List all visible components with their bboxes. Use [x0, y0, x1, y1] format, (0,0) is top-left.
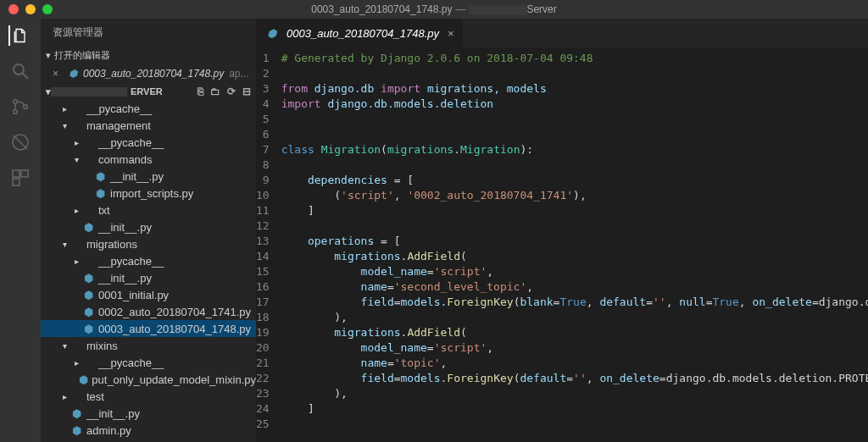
sidebar: 资源管理器 ▾打开的编辑器 × ⬢ 0003_auto_20180704_174…: [41, 19, 256, 442]
tree-item-label: txt: [98, 204, 110, 217]
python-file-icon: ⬢: [81, 289, 95, 301]
tree-file[interactable]: ⬢__init__.py: [41, 405, 256, 422]
editor-area: ⬢ 0003_auto_20180704_1748.py × 123456789…: [256, 19, 868, 442]
chevron-icon: ▾: [71, 155, 81, 164]
traffic-min[interactable]: [25, 4, 36, 14]
tree-file[interactable]: ⬢__init__.py: [41, 218, 256, 235]
tree-item-label: __pycache__: [98, 136, 164, 149]
tree-folder[interactable]: ▾mixins: [41, 337, 256, 354]
python-file-icon: ⬢: [81, 323, 95, 335]
code-editor[interactable]: 1234567891011121314151617181920212223242…: [256, 47, 868, 442]
tree-item-label: 0001_initial.py: [98, 289, 169, 301]
tree-item-label: test: [86, 390, 104, 403]
svg-rect-8: [13, 179, 19, 185]
tree-file[interactable]: ⬢admin.py: [41, 422, 256, 439]
search-icon[interactable]: [10, 61, 31, 81]
svg-rect-6: [13, 170, 19, 177]
python-file-icon: ⬢: [66, 68, 80, 80]
collapse-icon[interactable]: ⊟: [242, 86, 251, 97]
files-icon[interactable]: [8, 25, 29, 46]
tree-item-label: 0002_auto_20180704_1741.py: [98, 306, 251, 318]
tree-item-label: mixins: [86, 340, 118, 352]
tree-item-label: management: [86, 119, 151, 132]
svg-point-3: [14, 110, 18, 114]
sidebar-title: 资源管理器: [41, 19, 256, 47]
file-tree[interactable]: ▸__pycache__▾management▸__pycache__▾comm…: [41, 100, 256, 442]
git-icon[interactable]: [10, 97, 31, 117]
tree-folder[interactable]: ▸__pycache__: [41, 134, 256, 151]
tree-item-label: __init__.py: [98, 221, 152, 234]
tree-item-label: __init__.py: [110, 170, 164, 183]
code-lines[interactable]: # Generated by Django 2.0.6 on 2018-07-0…: [281, 47, 868, 442]
svg-line-1: [23, 74, 28, 79]
tree-folder[interactable]: ▸__pycache__: [41, 252, 256, 269]
chevron-icon: ▾: [59, 341, 70, 351]
workspace-folder-header[interactable]: ▾ERVER ⎘ 🗀 ⟳ ⊟: [41, 83, 256, 100]
tree-item-label: __pycache__: [98, 356, 164, 369]
chevron-icon: ▾: [59, 121, 70, 130]
tree-file[interactable]: ⬢__init__.py: [41, 269, 256, 286]
tree-file[interactable]: ⬢__init__.py: [41, 168, 256, 185]
tree-file[interactable]: ⬢0002_auto_20180704_1741.py: [41, 303, 256, 320]
editor-tab[interactable]: ⬢ 0003_auto_20180704_1748.py ×: [256, 19, 464, 47]
python-file-icon: ⬢: [79, 373, 89, 386]
open-editor-item[interactable]: × ⬢ 0003_auto_20180704_1748.py ap...: [41, 64, 256, 83]
python-file-icon: ⬢: [81, 272, 95, 285]
tree-item-label: __pycache__: [86, 102, 152, 115]
close-icon[interactable]: ×: [53, 68, 66, 80]
tree-item-label: migrations: [86, 238, 137, 251]
titlebar: 0003_auto_20180704_1748.py—Server: [0, 0, 868, 19]
tree-file[interactable]: ⬢0001_initial.py: [41, 286, 256, 303]
chevron-icon: ▸: [59, 392, 70, 401]
chevron-icon: ▸: [71, 257, 81, 266]
tree-item-label: put_only_update_model_mixin.py: [92, 373, 256, 386]
extensions-icon[interactable]: [10, 168, 31, 188]
tree-file[interactable]: ⬢0003_auto_20180704_1748.py: [41, 320, 256, 337]
tree-item-label: admin.py: [86, 424, 131, 437]
svg-point-2: [14, 100, 18, 104]
python-file-icon: ⬢: [81, 306, 95, 318]
tree-item-label: import_scripts.py: [110, 187, 193, 200]
tree-item-label: 0003_auto_20180704_1748.py: [98, 323, 251, 335]
debug-icon[interactable]: [10, 132, 31, 152]
tree-file[interactable]: ⬢put_only_update_model_mixin.py: [41, 371, 256, 388]
tree-item-label: commands: [98, 153, 153, 166]
tree-item-label: __init__.py: [86, 407, 140, 420]
svg-point-4: [24, 105, 28, 109]
refresh-icon[interactable]: ⟳: [227, 86, 236, 97]
traffic-max[interactable]: [42, 4, 53, 14]
tree-folder[interactable]: ▸__pycache__: [41, 354, 256, 371]
python-file-icon: ⬢: [70, 407, 83, 420]
chevron-icon: ▾: [59, 240, 70, 249]
close-tab-icon[interactable]: ×: [448, 27, 454, 40]
tree-folder[interactable]: ▾management: [41, 117, 256, 134]
python-file-icon: ⬢: [93, 170, 107, 183]
chevron-icon: ▸: [71, 358, 81, 367]
line-gutter: 1234567891011121314151617181920212223242…: [256, 47, 281, 442]
activity-bar: [0, 19, 41, 442]
tree-item-label: __init__.py: [98, 272, 152, 285]
python-file-icon: ⬢: [70, 424, 83, 437]
new-folder-icon[interactable]: 🗀: [210, 86, 220, 97]
window-title: 0003_auto_20180704_1748.py—Server: [311, 3, 557, 15]
traffic-close[interactable]: [8, 4, 19, 14]
tab-bar: ⬢ 0003_auto_20180704_1748.py ×: [256, 19, 868, 47]
tree-file[interactable]: ⬢import_scripts.py: [41, 185, 256, 202]
tree-folder[interactable]: ▸__pycache__: [41, 100, 256, 117]
tree-item-label: __pycache__: [98, 255, 164, 268]
chevron-icon: ▸: [59, 104, 70, 113]
tree-folder[interactable]: ▾migrations: [41, 235, 256, 252]
svg-point-0: [14, 64, 24, 75]
python-file-icon: ⬢: [93, 187, 107, 200]
python-file-icon: ⬢: [264, 27, 278, 40]
chevron-icon: ▸: [71, 206, 81, 215]
python-file-icon: ⬢: [81, 221, 95, 234]
svg-rect-7: [21, 170, 28, 177]
tree-folder[interactable]: ▾commands: [41, 151, 256, 168]
chevron-icon: ▸: [71, 138, 81, 147]
new-file-icon[interactable]: ⎘: [198, 86, 203, 97]
tree-folder[interactable]: ▸test: [41, 388, 256, 405]
open-editors-header[interactable]: ▾打开的编辑器: [41, 47, 256, 64]
tree-folder[interactable]: ▸txt: [41, 202, 256, 218]
